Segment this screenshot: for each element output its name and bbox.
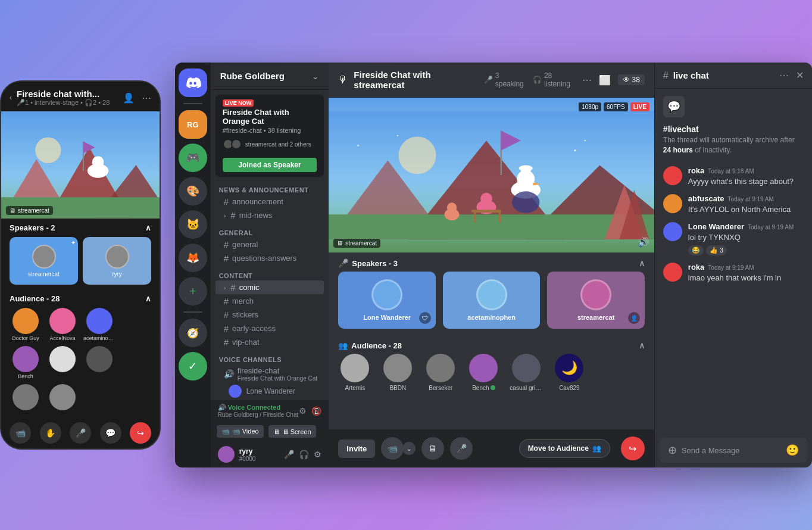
mobile-subtitle: 🎤1 • interview-stage • 🎧2 • 28 — [17, 99, 110, 107]
audience-artemis[interactable]: Artemis — [338, 354, 371, 391]
discord-desktop: RG 🎮 🎨 🐱 🦊 + 🧭 ✓ Rube Goldberg ⌄ LIVE NO… — [175, 63, 812, 467]
headphone-icon[interactable]: 🎧 — [299, 450, 309, 459]
invite-button[interactable]: Invite — [338, 439, 375, 458]
volume-icon[interactable]: 🔊 — [638, 236, 649, 248]
explore-icon[interactable]: 🧭 — [179, 319, 207, 347]
audience-berseker[interactable]: Berseker — [424, 354, 457, 391]
audience-bench[interactable]: Bench — [467, 354, 500, 391]
discord-logo[interactable] — [179, 68, 207, 97]
server-icon-5[interactable]: 🦊 — [179, 244, 207, 272]
checkmark-icon[interactable]: ✓ — [179, 352, 207, 381]
mobile-speaker-streamercat[interactable]: ✦ streamercat — [10, 237, 78, 285]
chat-btn[interactable]: 💬 — [100, 422, 121, 444]
stage-meta: 🎤 3 speaking 🎧 28 listening — [484, 71, 576, 88]
collapse-audience-btn[interactable]: ∧ — [639, 341, 645, 350]
chat-input[interactable]: Send a Message — [682, 446, 781, 455]
hash-icon-3: # — [224, 239, 229, 250]
voice-channel-fireside[interactable]: 🔊 fireside-chat Fireside Chat with Orang… — [216, 364, 324, 384]
add-user-icon[interactable]: 👤 — [123, 92, 135, 104]
channel-vip-chat[interactable]: # vip-chat — [216, 335, 324, 349]
settings-icon[interactable]: ⚙ — [314, 450, 321, 459]
audience-item-acetaminop[interactable]: acetaminop... — [83, 308, 115, 341]
move-to-audience-button[interactable]: Move to Audience 👥 — [519, 439, 610, 458]
chat-input-bar[interactable]: ⊕ Send a Message 🙂 — [660, 438, 807, 463]
leave-stage-button[interactable]: ↪ — [621, 437, 645, 460]
collapse-speakers-icon[interactable]: ∧ — [145, 223, 151, 232]
chat-close-icon[interactable]: ✕ — [796, 70, 804, 81]
screen-share-ctrl-btn[interactable]: 🖥 — [421, 437, 444, 460]
reaction-laugh[interactable]: 😂 — [688, 245, 704, 255]
audience-item-accelnova[interactable]: AccelNova — [46, 308, 79, 341]
mic-meta-icon: 🎤 — [484, 76, 493, 84]
svg-point-25 — [512, 191, 539, 213]
quality-label: 1080p — [579, 102, 601, 111]
screen-share-icon[interactable]: ⬜ — [599, 74, 611, 86]
hand-raise-btn[interactable]: ✋ — [40, 422, 61, 444]
svg-point-36 — [357, 145, 359, 146]
speaker-card-streamercat[interactable]: streamercat 👤 — [547, 272, 645, 329]
mobile-audience-section: Audience - 28 ∧ — [1, 289, 160, 308]
channel-early-access[interactable]: # early-access — [216, 322, 324, 335]
emoji-icon[interactable]: 🙂 — [786, 444, 799, 457]
video-button[interactable]: 📹 📹 Video — [217, 425, 264, 438]
channel-comic[interactable]: › # comic — [216, 280, 324, 294]
hash-icon-2: # — [230, 210, 235, 220]
join-speaker-button[interactable]: Joined as Speaker — [223, 158, 317, 172]
mic-section-icon: 🎤 — [338, 258, 348, 268]
collapse-speakers-btn[interactable]: ∧ — [639, 258, 645, 268]
channel-qa[interactable]: # questions-answers — [216, 251, 324, 265]
chevron-down-icon[interactable]: ‹ — [10, 93, 12, 102]
more-options-icon[interactable]: ⋯ — [582, 74, 592, 86]
mobile-header: ‹ Fireside chat with... 🎤1 • interview-s… — [1, 82, 160, 111]
collapse-audience-icon[interactable]: ∧ — [145, 294, 151, 303]
audience-item-8[interactable] — [46, 384, 79, 411]
audience-cav829[interactable]: 🌙 Cav829 — [552, 354, 586, 391]
aud-avatar-bench — [469, 354, 498, 382]
audience-item-doctor-guy[interactable]: Doctor Guy — [10, 308, 42, 341]
channel-announcement[interactable]: # announcement — [216, 195, 324, 208]
chat-more-icon[interactable]: ⋯ — [779, 70, 789, 81]
server-icon-6[interactable]: + — [179, 277, 207, 305]
server-icon-3[interactable]: 🎨 — [179, 177, 207, 205]
more-icon[interactable]: ⋯ — [142, 92, 151, 104]
audience-item-6[interactable] — [83, 346, 115, 379]
hash-icon-5: # — [230, 282, 235, 292]
video-btn[interactable]: 📹 — [10, 422, 31, 444]
speaker-card-acetaminophen[interactable]: acetaminophen — [443, 272, 541, 329]
chat-add-icon[interactable]: ⊕ — [668, 444, 677, 457]
channel-stickers[interactable]: # stickers — [216, 308, 324, 322]
channel-mid-news[interactable]: › # mid-news — [216, 208, 324, 222]
mic-ctrl-btn[interactable]: 🎤 — [450, 437, 473, 460]
aud-avatar-casual-grim — [512, 354, 541, 382]
audience-casual-grim[interactable]: casual grim... — [510, 354, 543, 391]
disconnect-icon[interactable]: 📵 — [311, 406, 321, 416]
speaker-card-lone-wanderer[interactable]: Lone Wanderer 🛡 — [338, 272, 436, 329]
screen-button[interactable]: 🖥 🖥 Screen — [268, 425, 316, 438]
chat-livechat-label: 💬 — [655, 89, 812, 121]
audience-item-7[interactable] — [10, 384, 42, 411]
server-icon-2[interactable]: 🎮 — [179, 144, 207, 172]
leave-btn[interactable]: ↪ — [130, 422, 151, 444]
msg-avatar-roka-2 — [663, 263, 682, 282]
mic-btn[interactable]: 🎤 — [70, 422, 91, 444]
video-streamer-label: 🖥 streamercat — [333, 239, 380, 248]
svg-rect-14 — [329, 214, 654, 239]
channel-general[interactable]: # general — [216, 238, 324, 251]
audience-bbdn[interactable]: BBDN — [381, 354, 414, 391]
server-icon-1[interactable]: RG — [179, 110, 207, 139]
msg-text-4: lmao yeah that works i'm in — [688, 273, 781, 283]
icon-bar-divider — [183, 103, 202, 104]
reaction-thumbs[interactable]: 👍 3 — [706, 245, 727, 255]
mobile-speaker-ryry[interactable]: ryry — [83, 237, 151, 285]
audience-section-header: 👥 Audience - 28 ∧ — [329, 336, 654, 354]
speaker-avatar-streamercat — [32, 245, 56, 269]
video-dropdown-btn[interactable]: ⌄ — [402, 442, 416, 455]
channel-merch[interactable]: # merch — [216, 294, 324, 308]
server-icon-4[interactable]: 🐱 — [179, 210, 207, 239]
voice-settings-icon[interactable]: ⚙ — [299, 406, 307, 416]
audience-item-5[interactable] — [46, 346, 79, 379]
mic-icon[interactable]: 🎤 — [284, 450, 294, 459]
video-ctrl-btn[interactable]: 📹 — [381, 437, 404, 460]
server-header[interactable]: Rube Goldberg ⌄ — [211, 63, 329, 90]
audience-item-bench[interactable]: Bench — [10, 346, 42, 379]
